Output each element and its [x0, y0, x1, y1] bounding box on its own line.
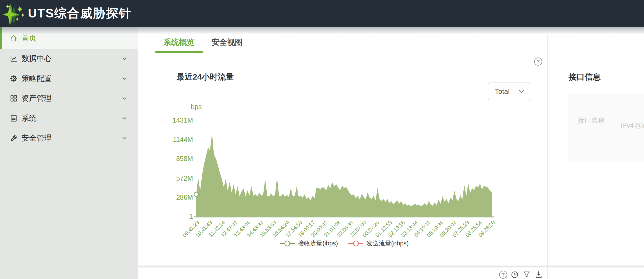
sidebar-item-list[interactable]: 系统: [0, 108, 138, 128]
help-icon[interactable]: ?: [534, 58, 542, 66]
column-header-ipv4-address: IPv4地址: [620, 121, 644, 130]
sidebar-item-label: 系统: [22, 113, 37, 123]
chevron-down-icon: [518, 90, 524, 93]
filter-icon[interactable]: [523, 271, 531, 279]
legend-marker-icon: [348, 240, 364, 247]
active-tab-underline: [155, 51, 203, 53]
y-axis-tick-label: 1144M: [145, 136, 193, 144]
traffic-chart-title: 最近24小时流量: [177, 71, 234, 83]
y-axis-tick-label: 1431M: [145, 116, 193, 124]
legend-label: 接收流量(ibps): [298, 239, 338, 248]
chevron-down-icon: [121, 56, 127, 62]
panel-vertical-divider: [547, 35, 548, 279]
sidebar-item-gear[interactable]: 策略配置: [0, 69, 138, 88]
sidebar-item-line-chart[interactable]: 数据中心: [0, 49, 138, 69]
y-axis-tick-label: 572M: [145, 174, 193, 182]
sidebar-item-label: 首页: [22, 33, 37, 43]
legend-marker-icon: [280, 240, 295, 247]
interface-select-value: Total: [495, 87, 518, 96]
sidebar-item-label: 数据中心: [22, 53, 52, 64]
starburst-logo-icon: [2, 1, 26, 26]
chart-legend: 接收流量(ibps)发送流量(obps): [196, 239, 492, 248]
column-header-interface-name: 接口名称: [578, 114, 605, 127]
legend-item[interactable]: 发送流量(obps): [348, 239, 409, 248]
interface-select-dropdown[interactable]: Total: [488, 83, 530, 100]
home-icon: [10, 34, 18, 42]
sidebar-item-wrench[interactable]: 安全管理: [0, 128, 138, 148]
tab-security-view[interactable]: 安全视图: [212, 37, 243, 48]
line-chart-icon: [10, 55, 18, 63]
chevron-down-icon: [121, 115, 127, 121]
y-axis-tick-label: 286M: [145, 194, 193, 201]
y-axis-unit-label: bps: [191, 103, 202, 111]
chevron-down-icon: [121, 76, 127, 81]
app-title: UTS综合威胁探针: [28, 0, 132, 27]
list-icon: [10, 114, 18, 122]
download-icon[interactable]: [535, 271, 543, 279]
sidebar-item-grid[interactable]: 资产管理: [0, 88, 138, 108]
legend-label: 发送流量(obps): [366, 239, 409, 248]
wrench-icon: [10, 134, 18, 142]
help-icon[interactable]: ?: [499, 271, 507, 279]
sidebar-item-label: 策略配置: [22, 73, 52, 84]
chevron-down-icon: [121, 135, 127, 141]
app-window: UTS综合威胁探针 首页数据中心策略配置资产管理系统安全管理 系统概览 安全视图…: [0, 0, 644, 279]
traffic-area-chart[interactable]: [194, 118, 494, 218]
interface-info-title: 接口信息: [568, 71, 601, 83]
chevron-down-icon: [121, 95, 127, 101]
legend-item[interactable]: 接收流量(ibps): [280, 239, 338, 248]
history-icon[interactable]: [511, 271, 519, 279]
sidebar-item-label: 资产管理: [22, 93, 52, 103]
series-start-marker: [194, 192, 198, 196]
sidebar-item-label: 安全管理: [22, 133, 52, 143]
panel-horizontal-divider: [138, 266, 644, 267]
sidebar-item-home[interactable]: 首页: [0, 27, 138, 49]
app-header: UTS综合威胁探针: [0, 0, 644, 27]
y-axis-tick-label: 858M: [145, 155, 193, 163]
gear-icon: [10, 74, 18, 83]
y-axis-tick-label: 1: [145, 213, 193, 220]
tab-system-overview[interactable]: 系统概览: [163, 37, 195, 48]
sidebar-nav: 首页数据中心策略配置资产管理系统安全管理: [0, 27, 138, 279]
grid-icon: [10, 94, 18, 102]
